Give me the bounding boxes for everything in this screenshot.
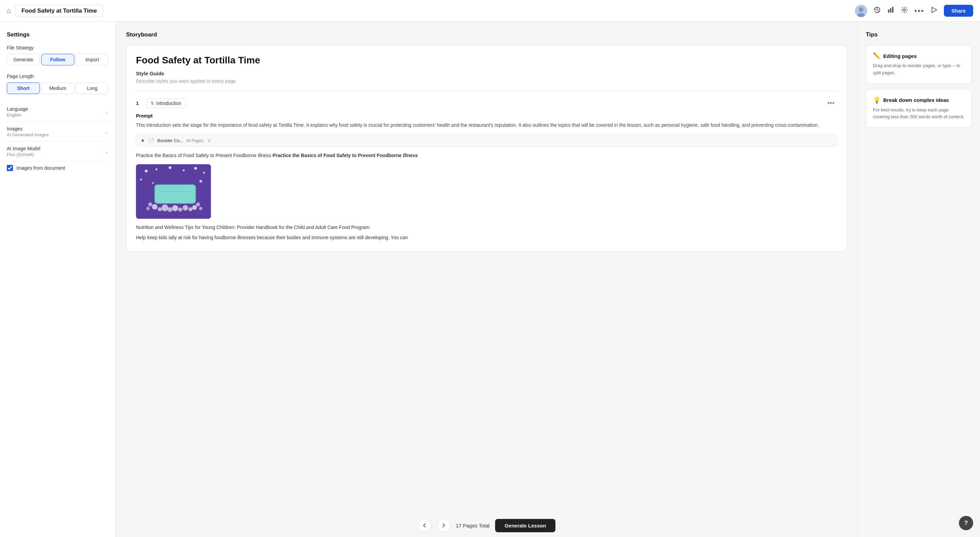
page-type-badge-1[interactable]: ⇅ Introduction <box>146 99 185 108</box>
tip-complex-title: Break down complex ideas <box>883 97 949 103</box>
svg-point-15 <box>140 178 142 181</box>
page-header-1: 1 ⇅ Introduction ••• <box>136 98 837 108</box>
ai-image-model-chevron-icon: ⌄ <box>105 149 109 154</box>
svg-point-12 <box>183 169 185 172</box>
content-preview-bold: Practice the Basics of Food Safety to Pr… <box>273 153 418 158</box>
style-guide-label: Style Guide <box>136 70 837 76</box>
page-type-label: Introduction <box>156 100 181 106</box>
images-from-document-label: Images from document <box>16 165 65 171</box>
svg-point-24 <box>168 207 172 212</box>
tip-card-editing: ✏️ Editing pages Drag and drop to reorde… <box>866 45 972 84</box>
settings-title: Settings <box>7 31 109 38</box>
prompt-text-1: This introduction sets the stage for the… <box>136 121 837 129</box>
content-preview-1: Practice the Basics of Food Safety to Pr… <box>136 152 837 159</box>
tip-editing-text: Drag and drop to reorder pages, or type … <box>873 62 965 77</box>
svg-point-14 <box>203 172 205 174</box>
svg-point-32 <box>146 207 150 210</box>
tip-card-complex: 💡 Break down complex ideas For best resu… <box>866 89 972 128</box>
svg-point-26 <box>178 208 182 211</box>
image-preview-1 <box>136 164 211 219</box>
share-button[interactable]: Share <box>944 5 973 17</box>
header-right: ••• Share <box>855 5 973 17</box>
file-strategy-section: File Strategy Generate Follow Import <box>7 45 109 65</box>
page-menu-button-1[interactable]: ••• <box>825 98 837 108</box>
language-label: Language <box>7 106 28 112</box>
page-length-group: Short Medium Long <box>7 83 109 94</box>
tips-title: Tips <box>866 31 972 38</box>
layout: Settings File Strategy Generate Follow I… <box>0 22 980 537</box>
svg-point-22 <box>158 207 162 211</box>
chart-icon[interactable] <box>887 6 894 15</box>
ai-image-model-label: AI Image Model <box>7 146 40 151</box>
tips-sidebar: Tips ✏️ Editing pages Drag and drop to r… <box>858 22 980 537</box>
history-icon[interactable] <box>873 6 881 15</box>
source-collapse-button[interactable]: ▼ <box>140 138 145 143</box>
svg-point-30 <box>148 202 152 207</box>
page-length-medium[interactable]: Medium <box>41 83 74 94</box>
page-number-1: 1 <box>136 100 139 106</box>
content-preview-text: Practice the Basics of Food Safety to Pr… <box>136 153 273 158</box>
page-length-short[interactable]: Short <box>7 83 40 94</box>
language-dropdown[interactable]: Language English ⌄ <box>7 102 109 122</box>
app-title: Food Safety at Tortilla Time <box>15 5 103 17</box>
language-value: English <box>7 113 28 118</box>
generate-lesson-button[interactable]: Generate Lesson <box>495 519 556 532</box>
ai-image-model-dropdown[interactable]: AI Image Model Flux (Schnell) ⌄ <box>7 142 109 162</box>
ai-image-model-value: Flux (Schnell) <box>7 152 40 157</box>
play-icon[interactable] <box>930 6 938 15</box>
page-type-arrows-icon: ⇅ <box>151 101 154 106</box>
svg-rect-4 <box>890 8 891 13</box>
settings-icon[interactable] <box>900 6 908 15</box>
svg-marker-7 <box>932 7 937 13</box>
style-guide-desc: Describe styles you want applied to ever… <box>136 78 837 84</box>
main-content: Storyboard Food Safety at Tortilla Time … <box>116 22 858 537</box>
svg-point-16 <box>199 180 202 183</box>
more-icon[interactable]: ••• <box>914 6 924 15</box>
pages-total: 17 Pages Total <box>456 523 490 529</box>
images-from-document-row: Images from document <box>7 162 109 175</box>
help-button[interactable]: ? <box>959 516 973 530</box>
svg-point-1 <box>859 7 864 12</box>
page-length-label: Page Length <box>7 74 109 79</box>
svg-point-31 <box>196 202 200 207</box>
images-chevron-icon: ⌄ <box>105 129 109 135</box>
continuation-text-1: Nutrition and Wellness Tips for Young Ch… <box>136 224 837 241</box>
file-strategy-import[interactable]: Import <box>76 54 109 65</box>
images-label: Images <box>7 126 49 132</box>
document-title[interactable]: Food Safety at Tortilla Time <box>136 55 837 66</box>
file-strategy-generate[interactable]: Generate <box>7 54 40 65</box>
svg-rect-18 <box>155 185 196 203</box>
svg-point-17 <box>152 182 154 184</box>
images-dropdown[interactable]: Images AI Generated images ⌄ <box>7 122 109 142</box>
header: ⌂ Food Safety at Tortilla Time <box>0 0 980 22</box>
file-strategy-follow[interactable]: Follow <box>41 54 74 65</box>
svg-point-11 <box>169 166 172 169</box>
nav-forward-button[interactable] <box>437 519 450 532</box>
svg-point-10 <box>155 168 158 170</box>
page-item-1: 1 ⇅ Introduction ••• Prompt This introdu… <box>136 98 837 241</box>
images-from-document-checkbox[interactable] <box>7 165 13 171</box>
svg-point-13 <box>194 167 197 170</box>
storyboard-card: Food Safety at Tortilla Time Style Guide… <box>126 45 847 251</box>
svg-point-28 <box>188 207 192 211</box>
page-length-long[interactable]: Long <box>76 83 109 94</box>
svg-point-6 <box>903 9 905 11</box>
file-strategy-label: File Strategy <box>7 45 109 51</box>
avatar[interactable] <box>855 5 867 17</box>
svg-point-33 <box>199 207 202 210</box>
source-name: Boulder Co... <box>158 138 183 143</box>
nav-back-button[interactable] <box>418 519 431 532</box>
svg-point-23 <box>162 205 168 211</box>
svg-point-21 <box>152 204 158 210</box>
images-value: AI Generated images <box>7 132 49 137</box>
lightbulb-icon: 💡 <box>873 97 880 104</box>
continuation-line-2: Help keep kids ially at risk for having … <box>136 234 837 241</box>
pdf-icon: 📄 <box>148 137 155 144</box>
tip-editing-title: Editing pages <box>883 53 916 59</box>
source-close-button[interactable]: ✕ <box>207 138 211 143</box>
storyboard-section-title: Storyboard <box>126 31 847 38</box>
home-icon[interactable]: ⌂ <box>7 7 11 15</box>
svg-rect-3 <box>888 10 889 13</box>
header-left: ⌂ Food Safety at Tortilla Time <box>7 5 103 17</box>
file-strategy-group: Generate Follow Import <box>7 54 109 65</box>
